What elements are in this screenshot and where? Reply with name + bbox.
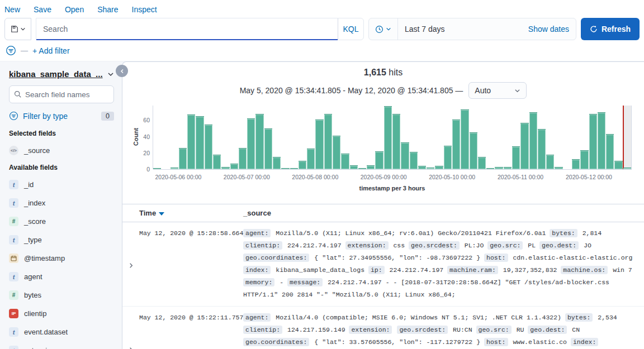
field-name-token: index: [243, 266, 271, 274]
kql-language-button[interactable]: KQL [338, 18, 363, 40]
histogram-bar[interactable] [358, 168, 366, 169]
histogram-bar[interactable] [410, 152, 418, 169]
histogram-bar[interactable] [580, 150, 588, 169]
histogram-bar[interactable] [230, 164, 238, 169]
filter-by-type-toggle[interactable]: Filter by type 0 [9, 111, 114, 121]
histogram-bar[interactable] [486, 168, 494, 169]
filter-options-icon[interactable] [6, 45, 16, 56]
histogram-bar[interactable] [614, 161, 622, 169]
field-item-bytes[interactable]: #bytes [9, 288, 114, 303]
field-item-_type[interactable]: t_type [9, 232, 114, 247]
expand-row-icon[interactable] [128, 230, 134, 301]
field-item-_score[interactable]: #_score [9, 214, 114, 229]
histogram-bar[interactable] [299, 161, 306, 169]
histogram-bar[interactable] [367, 165, 375, 169]
nav-share[interactable]: Share [97, 5, 118, 14]
histogram-bar[interactable] [333, 136, 340, 169]
expand-row-icon[interactable] [128, 314, 134, 349]
histogram-bar[interactable] [598, 112, 605, 169]
histogram-bar[interactable] [606, 134, 614, 169]
histogram-bar[interactable] [315, 119, 323, 169]
save-query-icon [11, 25, 18, 33]
collapse-sidebar-button[interactable] [116, 65, 128, 77]
field-item-_source[interactable]: </>_source [9, 143, 114, 158]
histogram-bar[interactable] [324, 114, 332, 169]
histogram-bar[interactable] [623, 168, 631, 169]
histogram-bar[interactable] [572, 159, 580, 169]
histogram-bar[interactable] [444, 146, 452, 169]
histogram-bar[interactable] [538, 129, 546, 169]
time-range-value[interactable]: Last 7 days [398, 25, 528, 34]
field-name-token: clientip: [243, 326, 282, 334]
histogram-plot-area[interactable]: 0204060 [153, 106, 632, 169]
interval-select[interactable]: Auto [468, 82, 527, 99]
field-search-box [9, 85, 114, 103]
field-item-extension[interactable]: textension [9, 343, 114, 349]
field-item-@timestamp[interactable]: @timestamp [9, 251, 114, 266]
histogram-bar[interactable] [255, 114, 263, 169]
histogram-bar[interactable] [171, 168, 178, 169]
histogram-bar[interactable] [589, 114, 597, 169]
histogram-bar[interactable] [418, 166, 426, 169]
field-name: _score [24, 217, 46, 226]
histogram-bar[interactable] [520, 123, 528, 169]
histogram-bar[interactable] [187, 114, 195, 169]
histogram-bar[interactable] [179, 148, 187, 169]
x-tick-label: 2020-05-10 00:00 [429, 174, 475, 180]
histogram-bar[interactable] [273, 157, 281, 169]
histogram-bar[interactable] [504, 167, 512, 169]
field-item-agent[interactable]: tagent [9, 269, 114, 284]
nav-save[interactable]: Save [34, 5, 51, 14]
histogram-bar[interactable] [452, 119, 460, 169]
histogram-bar[interactable] [546, 155, 554, 169]
search-input[interactable] [36, 18, 338, 40]
histogram-bar[interactable] [470, 132, 477, 169]
x-tick-label: 2020-05-07 00:00 [224, 174, 270, 180]
histogram-bar[interactable] [384, 106, 392, 169]
histogram-bar[interactable] [350, 165, 358, 169]
index-pattern-switcher[interactable]: kibana_sample_data_... [9, 69, 103, 79]
nav-open[interactable]: Open [65, 5, 84, 14]
histogram-bar[interactable] [247, 118, 255, 169]
field-search-input[interactable] [25, 90, 103, 99]
nav-new[interactable]: New [4, 5, 20, 14]
time-column-header[interactable]: Time [139, 209, 243, 217]
histogram-bar[interactable] [196, 116, 203, 169]
show-dates-button[interactable]: Show dates [528, 25, 576, 34]
field-item-clientip[interactable]: IPclientip [9, 306, 114, 321]
histogram-bar[interactable] [221, 167, 229, 169]
string-field-type-icon: t [9, 272, 18, 281]
refresh-button[interactable]: Refresh [581, 18, 640, 40]
histogram-bar[interactable] [529, 112, 537, 169]
field-item-_index[interactable]: t_index [9, 195, 114, 211]
y-tick-label: 60 [143, 117, 150, 123]
field-item-event.dataset[interactable]: tevent.dataset [9, 324, 114, 340]
add-filter-button[interactable]: + Add filter [32, 46, 70, 55]
histogram-bar[interactable] [461, 109, 468, 169]
histogram-bar[interactable] [392, 114, 400, 169]
nav-inspect[interactable]: Inspect [132, 5, 157, 14]
histogram-bar[interactable] [555, 167, 562, 169]
histogram-bar[interactable] [213, 155, 221, 169]
field-name: _source [24, 146, 50, 155]
quick-select-menu-button[interactable] [369, 18, 398, 40]
histogram-bar[interactable] [495, 167, 503, 169]
histogram-bar[interactable] [281, 168, 289, 169]
histogram-bar[interactable] [153, 168, 161, 169]
histogram-bar[interactable] [375, 151, 383, 169]
histogram-bar[interactable] [341, 154, 349, 169]
histogram-bar[interactable] [401, 142, 409, 169]
histogram-bar[interactable] [435, 166, 443, 169]
histogram-bar[interactable] [512, 146, 520, 169]
discover-main-panel: 1,615 hits May 5, 2020 @ 15:34:41.805 - … [122, 61, 644, 349]
histogram-bar[interactable] [290, 168, 298, 169]
histogram-bar[interactable] [205, 125, 212, 169]
chevron-down-icon[interactable] [107, 71, 114, 78]
field-item-_id[interactable]: t_id [9, 177, 114, 192]
saved-query-menu-button[interactable] [4, 18, 31, 40]
histogram-bar[interactable] [427, 168, 434, 169]
histogram-bar[interactable] [264, 128, 272, 169]
histogram-bar[interactable] [478, 157, 486, 169]
histogram-bar[interactable] [239, 148, 247, 169]
histogram-bar[interactable] [307, 149, 315, 169]
